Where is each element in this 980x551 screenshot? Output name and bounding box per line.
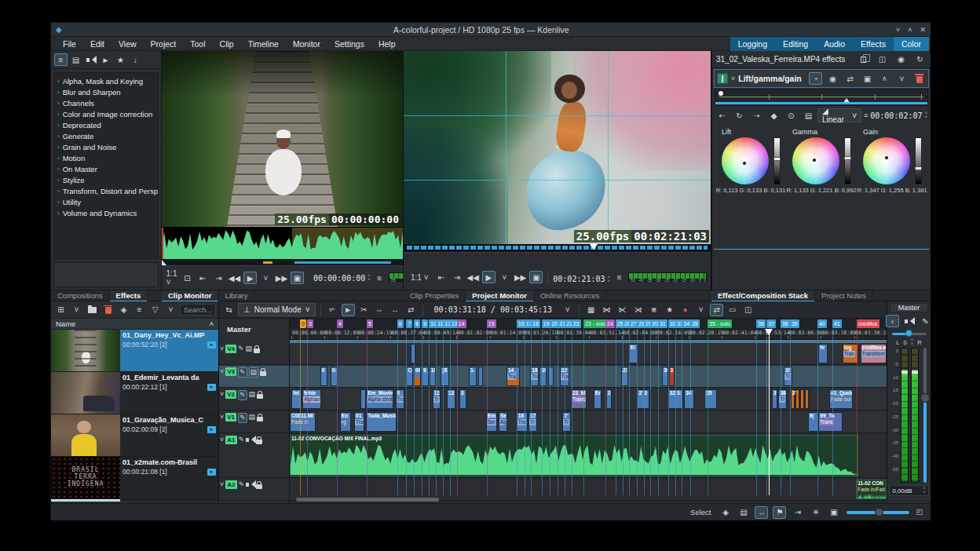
titlebar[interactable]: ◆ A-colorful-project / HD 1080p 25 fps —… — [51, 23, 931, 37]
move-effect-up-icon[interactable]: ˄ — [878, 72, 891, 85]
track-header-v3[interactable]: ˅V3✎▤ — [219, 366, 289, 388]
project-monitor-timecode[interactable]: 00:02:21:03 — [553, 275, 605, 283]
collapse-track-chevron[interactable]: ˅ — [220, 390, 224, 399]
compare-split-icon[interactable]: ◫ — [876, 53, 889, 66]
timeline-clip[interactable]: C( — [406, 367, 413, 386]
filter-chevron[interactable]: ˅ — [164, 304, 177, 316]
timeline-clip[interactable]: 22Tra — [560, 367, 570, 386]
wheel-cursor[interactable] — [884, 155, 889, 160]
timeline-clip[interactable]: fe — [818, 344, 827, 363]
menu-timeline[interactable]: Timeline — [241, 38, 286, 50]
timeline-clip[interactable] — [360, 389, 366, 409]
guide-marker[interactable]: 5 — [367, 319, 373, 328]
switch-overlay-icon[interactable]: ⊡ — [181, 272, 194, 284]
guide-marker[interactable]: creditos — [857, 319, 879, 328]
timeline-insert-icon[interactable]: ✎ — [239, 436, 245, 444]
timeline-clip[interactable]: 0: — [331, 367, 338, 386]
guide-marker[interactable]: 23 - solo — [583, 319, 608, 328]
project-monitor-video[interactable]: + 25.00fps00:02:21:03 — [404, 51, 711, 244]
fit-zoom-icon[interactable]: ▣ — [827, 506, 840, 519]
workspace-tab-logging[interactable]: Logging — [730, 37, 775, 51]
guide-marker[interactable]: 24 — [605, 319, 615, 328]
close-icon[interactable]: ✕ — [920, 26, 926, 34]
timeline-zoom-slider[interactable] — [847, 511, 909, 514]
color-wheel[interactable] — [722, 137, 769, 184]
dock-tab-project-monitor[interactable]: Project Monitor — [466, 290, 534, 302]
project-monitor-menu-icon[interactable]: ≡ — [612, 271, 626, 283]
timeline-clip[interactable]: 01_Tra — [354, 412, 364, 432]
rewind-icon[interactable]: ◀◀ — [228, 272, 241, 284]
clip-monitor-video[interactable]: 25.00fps00:00:00:00 — [162, 51, 403, 227]
favorite-effects-icon[interactable]: ★ — [663, 304, 676, 316]
guide-marker[interactable]: 40 — [817, 319, 827, 328]
play-options-chevron[interactable]: ˅ — [498, 271, 511, 283]
dock-tab-online-resources[interactable]: Online Resources — [534, 290, 607, 302]
lock-track-icon[interactable] — [256, 480, 262, 491]
save-effect-icon[interactable]: ▣ — [861, 72, 874, 85]
color-wheel[interactable] — [792, 137, 839, 184]
lock-track-icon[interactable] — [256, 436, 262, 447]
guide-marker[interactable]: 8 — [414, 319, 420, 328]
zoom-fit-icon[interactable]: ◰ — [916, 508, 923, 516]
rewind-icon[interactable]: ◀◀ — [466, 271, 480, 283]
all-effects-icon[interactable]: ≡ — [54, 53, 68, 66]
effect-category[interactable]: ›Utility — [54, 196, 158, 207]
lock-track-icon[interactable] — [254, 345, 260, 356]
dock-tab-project-notes[interactable]: Project Notes — [815, 290, 873, 302]
clip-monitor-timecode[interactable]: 00:00:00:00 — [313, 274, 365, 283]
play-options-chevron[interactable]: ˅ — [259, 272, 272, 284]
zone-in-icon[interactable]: ⇤ — [196, 272, 210, 284]
forward-icon[interactable]: ▶▶ — [514, 271, 527, 283]
timeline-insert-icon[interactable]: ✎ — [238, 367, 247, 378]
wheel-cursor[interactable] — [742, 161, 747, 166]
timeline-insert-icon[interactable]: ✎ — [238, 390, 247, 400]
track-header-v1[interactable]: ˅V1✎▤ — [219, 411, 289, 433]
menu-project[interactable]: Project — [144, 38, 184, 50]
edit-mode-select[interactable]: ⊥Normal Mode˅ — [238, 303, 316, 316]
keyframe-ruler[interactable] — [715, 89, 928, 106]
timeline-clip[interactable]: fel — [291, 389, 302, 409]
keyframe-timecode-spinner[interactable]: ˄˅ — [924, 111, 927, 119]
lock-track-icon[interactable] — [260, 367, 266, 378]
timeline-clip[interactable]: 2 — [606, 389, 612, 409]
guide-marker[interactable]: 39 — [790, 319, 799, 328]
color-wheel[interactable] — [863, 137, 910, 184]
delete-clip-icon[interactable] — [101, 304, 115, 316]
timeline-clip[interactable]: 14_Tra — [506, 367, 520, 386]
menu-help[interactable]: Help — [371, 38, 403, 50]
timeline-clip[interactable] — [411, 344, 416, 363]
download-effects-icon[interactable]: ↓ — [129, 53, 142, 66]
timeline-clip[interactable]: Toda_Musica — [366, 412, 397, 432]
maximize-icon[interactable]: ˄ — [908, 26, 912, 34]
guide-marker[interactable]: 7 — [406, 319, 412, 328]
dock-tab-clip-monitor[interactable]: Clip Monitor — [162, 290, 218, 302]
add-clip-chevron[interactable]: ˅ — [70, 304, 83, 316]
menu-tool[interactable]: Tool — [183, 38, 212, 50]
balance-spinner[interactable]: ˄˅ — [911, 338, 914, 346]
subtitle-icon[interactable]: ▭ — [726, 304, 739, 316]
mute-track-icon[interactable] — [246, 436, 254, 446]
timeline-clip[interactable]: Em_Ser — [486, 412, 497, 432]
keyframes-icon[interactable]: ◔ — [809, 72, 822, 85]
timeline-clip[interactable]: 08 — [414, 367, 421, 386]
track-a1[interactable]: 11-02 CONVOCAÇÃO MIX FINAL.mp3 — [290, 434, 887, 478]
balance-slider[interactable] — [892, 330, 927, 338]
effect-category[interactable]: ›On Master — [54, 163, 158, 174]
hide-track-icon[interactable]: ▤ — [249, 390, 256, 399]
dock-tab-effect-composition-stack[interactable]: Effect/Composition Stack — [711, 290, 815, 302]
timeline-clip[interactable]: E! — [629, 344, 638, 363]
show-channels-icon[interactable]: ✎ — [919, 315, 932, 327]
snap-icon[interactable]: ✳ — [809, 506, 822, 519]
zone-out-icon[interactable]: ⇥ — [212, 272, 225, 284]
timeline-playhead[interactable] — [769, 329, 770, 495]
slider-handle[interactable] — [915, 166, 922, 170]
timeline-hscrollbar[interactable] — [296, 498, 439, 502]
audio-effects-icon[interactable] — [84, 53, 97, 66]
keyframe-zoombar[interactable] — [715, 102, 927, 104]
tag-icon[interactable]: ◈ — [117, 304, 130, 316]
guide-marker[interactable]: 35 — [690, 319, 700, 328]
timeline-clip[interactable]: logTran — [843, 344, 858, 363]
extract-zone-icon[interactable]: ⋊ — [631, 304, 645, 316]
collapse-track-chevron[interactable]: ˅ — [220, 436, 224, 444]
guide-marker[interactable]: 15 — [487, 319, 496, 328]
